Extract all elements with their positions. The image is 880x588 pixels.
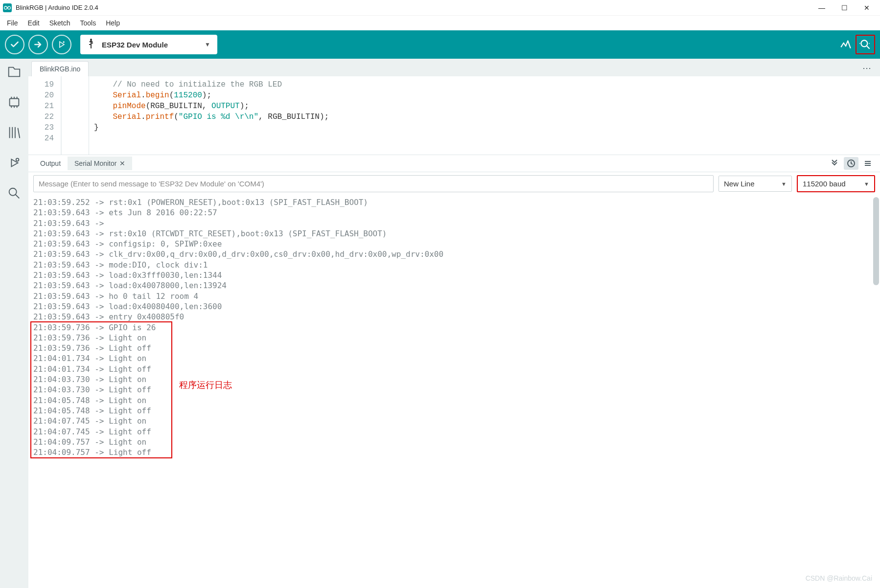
code-content[interactable]: // No need to initialize the RGB LED Ser… <box>89 75 880 155</box>
svg-point-3 <box>90 39 92 41</box>
line-gutter: 19 20 21 22 23 24 <box>28 76 62 155</box>
monitor-message-input[interactable]: Message (Enter to send message to 'ESP32… <box>33 175 714 192</box>
annotation-log: 程序运行日志 <box>179 380 232 390</box>
svg-point-6 <box>16 158 19 161</box>
monitor-line: 21:04:09.757 -> Light off <box>33 447 875 457</box>
usb-icon <box>87 39 95 50</box>
svg-point-0 <box>4 6 7 9</box>
svg-point-4 <box>861 40 867 46</box>
editor-tabs: BlinkRGB.ino ⋯ <box>28 59 880 76</box>
search-icon[interactable] <box>7 186 22 203</box>
upload-button[interactable] <box>28 35 48 54</box>
monitor-controls: Message (Enter to send message to 'ESP32… <box>28 172 880 195</box>
menu-file[interactable]: File <box>2 17 23 29</box>
verify-button[interactable] <box>5 35 24 54</box>
tab-overflow-icon[interactable]: ⋯ <box>862 63 872 73</box>
monitor-line: 21:04:05.748 -> Light off <box>33 406 875 416</box>
monitor-line: 21:03:59.643 -> entry 0x400805f0 <box>33 312 875 322</box>
serial-monitor-button[interactable] <box>856 35 875 54</box>
menu-tools[interactable]: Tools <box>75 17 101 29</box>
app-icon <box>3 3 12 12</box>
monitor-line: 21:04:03.730 -> Light off <box>33 384 875 395</box>
maximize-button[interactable]: ☐ <box>833 0 856 16</box>
menubar: File Edit Sketch Tools Help <box>0 16 880 30</box>
toggle-timestamp-icon[interactable] <box>844 157 858 170</box>
menu-sketch[interactable]: Sketch <box>45 17 75 29</box>
monitor-line: 21:03:59.736 -> Light off <box>33 343 875 353</box>
window-title: BlinkRGB | Arduino IDE 2.0.4 <box>16 4 98 11</box>
tab-sketch[interactable]: BlinkRGB.ino <box>31 61 89 76</box>
monitor-line: 21:03:59.643 -> clk_drv:0x00,q_drv:0x00,… <box>33 249 875 259</box>
boards-manager-icon[interactable] <box>7 95 22 112</box>
svg-point-7 <box>9 188 17 196</box>
menu-edit[interactable]: Edit <box>23 17 45 29</box>
monitor-line: 21:03:59.643 -> configsip: 0, SPIWP:0xee <box>33 239 875 249</box>
monitor-line: 21:03:59.643 -> load:0x40078000,len:1392… <box>33 280 875 291</box>
board-selector[interactable]: ESP32 Dev Module ▼ <box>80 35 217 54</box>
monitor-line: 21:04:07.745 -> Light on <box>33 416 875 426</box>
chevron-down-icon: ▼ <box>855 181 869 187</box>
svg-point-2 <box>63 41 65 43</box>
minimize-button[interactable]: — <box>811 0 833 16</box>
library-manager-icon[interactable] <box>7 125 22 142</box>
monitor-line: 21:03:59.736 -> GPIO is 26 <box>33 322 875 333</box>
monitor-line: 21:04:01.734 -> Light off <box>33 364 875 374</box>
monitor-line: 21:04:07.745 -> Light off <box>33 427 875 437</box>
monitor-line: 21:03:59.643 -> ho 0 tail 12 room 4 <box>33 291 875 301</box>
menu-help[interactable]: Help <box>101 17 125 29</box>
close-button[interactable]: ✕ <box>856 0 878 16</box>
debug-button[interactable] <box>52 35 71 54</box>
sidebar <box>0 59 28 588</box>
tab-label: BlinkRGB.ino <box>40 65 80 73</box>
monitor-line: 21:04:01.734 -> Light on <box>33 353 875 363</box>
code-editor[interactable]: 19 20 21 22 23 24 // No need to initiali… <box>28 76 880 155</box>
chevron-down-icon: ▼ <box>772 181 787 187</box>
close-icon[interactable]: ✕ <box>119 159 125 167</box>
monitor-line: 21:03:59.643 -> load:0x40080400,len:3600 <box>33 301 875 312</box>
monitor-line: 21:03:59.736 -> Light on <box>33 333 875 343</box>
monitor-line: 21:04:05.748 -> Light on <box>33 395 875 406</box>
line-ending-select[interactable]: New Line ▼ <box>718 176 792 192</box>
sketchbook-icon[interactable] <box>7 65 22 81</box>
titlebar: BlinkRGB | Arduino IDE 2.0.4 — ☐ ✕ <box>0 0 880 16</box>
monitor-line: 21:03:59.252 -> rst:0x1 (POWERON_RESET),… <box>33 197 875 207</box>
svg-rect-5 <box>10 99 19 106</box>
board-name: ESP32 Dev Module <box>102 41 205 49</box>
bottom-panel-tabs: Output Serial Monitor✕ <box>28 155 880 172</box>
monitor-output[interactable]: 21:03:59.252 -> rst:0x1 (POWERON_RESET),… <box>28 195 880 588</box>
monitor-line: 21:04:09.757 -> Light on <box>33 437 875 447</box>
chevron-down-icon: ▼ <box>205 41 210 48</box>
scrollbar-thumb[interactable] <box>873 197 879 285</box>
toolbar: ESP32 Dev Module ▼ <box>0 30 880 59</box>
debug-icon[interactable] <box>7 156 22 172</box>
monitor-line: 21:03:59.643 -> load:0x3fff0030,len:1344 <box>33 270 875 280</box>
expand-icon[interactable] <box>827 157 842 170</box>
tab-output[interactable]: Output <box>33 157 68 170</box>
clear-output-icon[interactable] <box>860 157 875 170</box>
watermark: CSDN @Rainbow.Cai <box>806 574 872 582</box>
monitor-line: 21:03:59.643 -> rst:0x10 (RTCWDT_RTC_RES… <box>33 228 875 239</box>
monitor-line: 21:03:59.643 -> <box>33 218 875 228</box>
monitor-line: 21:03:59.643 -> ets Jun 8 2016 00:22:57 <box>33 207 875 218</box>
serial-plotter-button[interactable] <box>836 35 856 54</box>
monitor-line: 21:04:03.730 -> Light on <box>33 374 875 384</box>
tab-serial-monitor[interactable]: Serial Monitor✕ <box>68 157 132 170</box>
baud-rate-select[interactable]: 115200 baud ▼ <box>797 175 875 192</box>
monitor-line: 21:03:59.643 -> mode:DIO, clock div:1 <box>33 260 875 270</box>
